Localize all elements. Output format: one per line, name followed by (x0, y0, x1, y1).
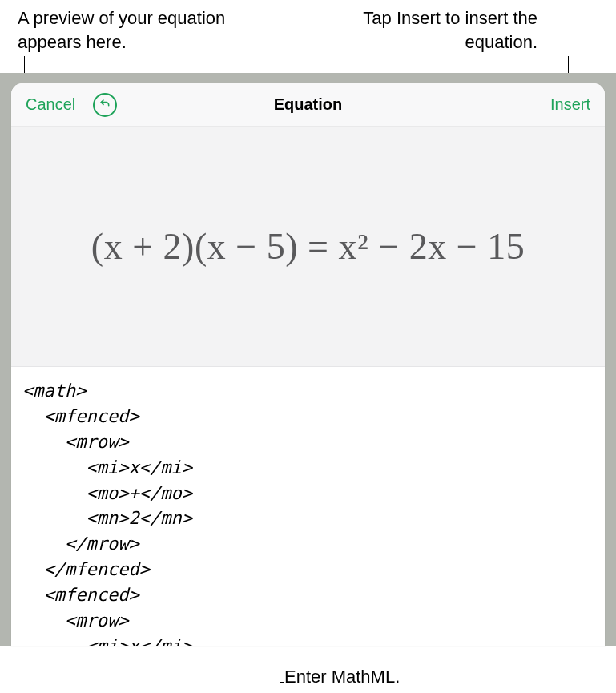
undo-button[interactable] (93, 93, 117, 117)
insert-button[interactable]: Insert (550, 95, 590, 114)
callout-enter-mathml: Enter MathML. (284, 665, 400, 689)
equation-preview: (x + 2)(x − 5) = x² − 2x − 15 (91, 225, 525, 268)
callout-line (280, 635, 280, 683)
toolbar: Cancel Equation Insert (11, 83, 605, 127)
mathml-input-area[interactable]: <math> <mfenced> <mrow> <mi>x</mi> <mo>+… (11, 367, 605, 646)
root: A preview of your equation appears here.… (0, 0, 616, 693)
callout-insert: Tap Insert to insert the equation. (329, 6, 537, 54)
undo-icon (99, 97, 111, 113)
equation-preview-area: (x + 2)(x − 5) = x² − 2x − 15 (11, 127, 605, 367)
equation-panel: Cancel Equation Insert (x + 2)(x − 5) = … (11, 83, 605, 646)
mathml-source[interactable]: <math> <mfenced> <mrow> <mi>x</mi> <mo>+… (22, 378, 605, 646)
callout-preview: A preview of your equation appears here. (18, 6, 242, 54)
cancel-button[interactable]: Cancel (26, 95, 75, 114)
device-frame: Cancel Equation Insert (x + 2)(x − 5) = … (0, 73, 616, 646)
